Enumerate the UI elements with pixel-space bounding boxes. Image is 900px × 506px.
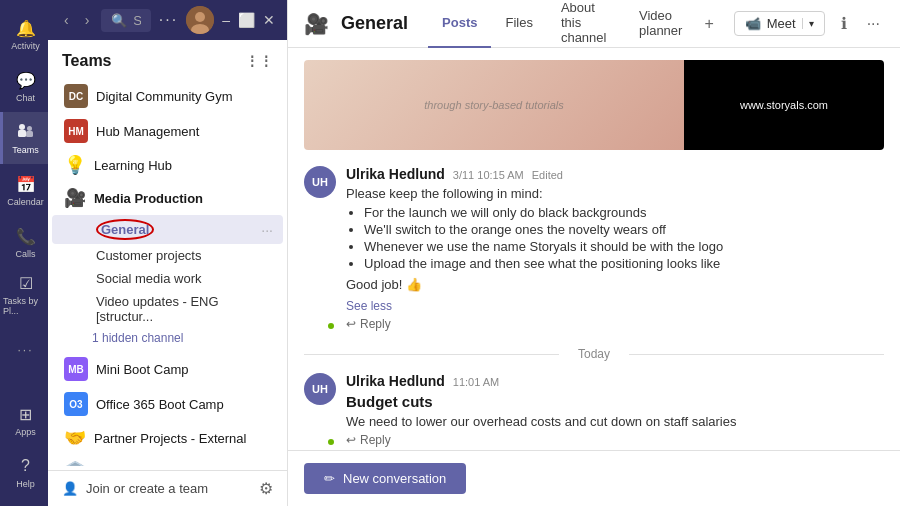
message-content-2: Ulrika Hedlund 11:01 AM Budget cuts We n…: [346, 373, 884, 447]
svg-point-3: [27, 126, 32, 131]
msg-time-2: 11:01 AM: [453, 376, 499, 388]
channel-emoji-icon: 🎥: [304, 12, 329, 36]
settings-icon[interactable]: ⚙: [259, 479, 273, 498]
nav-item-teams[interactable]: Teams: [0, 112, 48, 164]
close-button[interactable]: ✕: [263, 12, 275, 28]
date-divider: Today: [304, 347, 884, 361]
date-divider-text: Today: [578, 347, 610, 361]
svg-point-1: [19, 124, 25, 130]
topbar-controls: – ⬜ ✕: [222, 12, 275, 28]
info-button[interactable]: ℹ: [837, 10, 851, 37]
forward-button[interactable]: ›: [81, 8, 94, 32]
team-avatar-hub: HM: [64, 119, 88, 143]
back-button[interactable]: ‹: [60, 8, 73, 32]
team-item-mini[interactable]: MB Mini Boot Camp ···: [52, 352, 283, 386]
team-item-media[interactable]: 🎥 Media Production ···: [52, 182, 283, 214]
svg-rect-2: [26, 131, 33, 137]
reply-button-1[interactable]: ↩ Reply: [346, 317, 884, 331]
banner-image-left: through story-based tutorials: [304, 60, 684, 150]
meet-dropdown[interactable]: ▾: [802, 18, 814, 29]
minimize-button[interactable]: –: [222, 12, 230, 28]
tab-video-planner[interactable]: Video planner: [625, 0, 696, 48]
reply-label-1: Reply: [360, 317, 391, 331]
search-icon: 🔍: [111, 13, 127, 28]
compose-icon: ✏: [324, 471, 335, 486]
team-item-digital-community[interactable]: DC Digital Community Gym ···: [52, 79, 283, 113]
hidden-channel-link[interactable]: 1 hidden channel: [48, 328, 287, 351]
nav-label-apps: Apps: [15, 427, 36, 437]
sidebar-title: Teams: [62, 52, 112, 70]
svg-rect-0: [18, 130, 26, 137]
restore-button[interactable]: ⬜: [238, 12, 255, 28]
reply-icon-1: ↩: [346, 317, 356, 331]
new-conversation-button[interactable]: ✏ New conversation: [304, 463, 466, 494]
team-avatar-digital: DC: [64, 84, 88, 108]
avatar-image-1: UH: [304, 166, 336, 198]
meet-button[interactable]: 📹 Meet ▾: [734, 11, 825, 36]
team-item-partner[interactable]: → 🤝 Partner Projects - External ···: [52, 422, 283, 454]
nav-item-help[interactable]: ? Help: [0, 446, 48, 498]
channel-tabs: Posts Files About this channel Video pla…: [428, 0, 722, 48]
nav-item-apps[interactable]: ⊞ Apps: [0, 394, 48, 446]
channel-item-customer[interactable]: Customer projects: [52, 244, 283, 267]
channel-item-general[interactable]: General ···: [52, 215, 283, 244]
tab-files[interactable]: Files: [491, 0, 546, 48]
join-create-team[interactable]: 👤 Join or create a team ⚙: [48, 470, 287, 506]
channel-name-customer: Customer projects: [96, 248, 201, 263]
topbar-menu-dots[interactable]: ···: [159, 11, 178, 29]
message-section: through story-based tutorials www.storya…: [288, 48, 900, 450]
nav-item-chat[interactable]: 💬 Chat: [0, 60, 48, 112]
msg-text-2: We need to lower our overhead costs and …: [346, 414, 884, 429]
author-avatar-2: UH: [304, 373, 336, 447]
team-item-learning[interactable]: 💡 Learning Hub ···: [52, 149, 283, 181]
storyals-url: www.storyals.com: [740, 99, 828, 111]
user-avatar[interactable]: [186, 6, 214, 34]
online-status-2: [326, 437, 336, 447]
tab-posts[interactable]: Posts: [428, 0, 491, 48]
channel-menu-general[interactable]: ···: [261, 222, 273, 238]
msg-bullets-1: For the launch we will only do black bac…: [346, 205, 884, 271]
tab-about[interactable]: About this channel: [547, 0, 625, 48]
team-name-digital: Digital Community Gym: [96, 89, 233, 104]
more-options-button[interactable]: ···: [863, 11, 884, 37]
msg-intro-1: Please keep the following in mind:: [346, 186, 884, 201]
nav-label-chat: Chat: [16, 93, 35, 103]
message-content-1: Ulrika Hedlund 3/11 10:15 AM Edited Plea…: [346, 166, 884, 331]
add-tab-button[interactable]: +: [696, 0, 721, 48]
author-avatar-1: UH: [304, 166, 336, 331]
team-name-partner: Partner Projects - External: [94, 431, 246, 446]
team-item-hub[interactable]: HM Hub Management ···: [52, 114, 283, 148]
nav-item-tasks[interactable]: ☑ Tasks by Pl...: [0, 268, 48, 320]
search-input[interactable]: [133, 13, 141, 28]
see-less-link[interactable]: See less: [346, 299, 392, 313]
message-block-1: UH Ulrika Hedlund 3/11 10:15 AM Edited P…: [304, 166, 884, 331]
message-header-2: Ulrika Hedlund 11:01 AM: [346, 373, 884, 389]
sidebar-filter-icon[interactable]: ⋮⋮: [245, 53, 273, 69]
avatar-image-2: UH: [304, 373, 336, 405]
team-item-office[interactable]: O3 Office 365 Boot Camp ···: [52, 387, 283, 421]
search-bar[interactable]: 🔍: [101, 9, 151, 32]
team-name-learning: Learning Hub: [94, 158, 172, 173]
nav-item-calendar[interactable]: 📅 Calendar: [0, 164, 48, 216]
calendar-icon: 📅: [15, 173, 37, 195]
channel-item-social[interactable]: Social media work: [52, 267, 283, 290]
more-icon: ···: [15, 339, 37, 361]
nav-label-activity: Activity: [11, 41, 40, 51]
activity-icon: 🔔: [15, 17, 37, 39]
team-icon-rich: 🏛️: [64, 460, 86, 466]
sidebar: ‹ › 🔍 ··· – ⬜ ✕ Teams ⋮⋮ DC Digita: [48, 0, 288, 506]
sidebar-header: Teams ⋮⋮: [48, 40, 287, 78]
team-icon-learning: 💡: [64, 154, 86, 176]
reply-icon-2: ↩: [346, 433, 356, 447]
channel-item-video[interactable]: Video updates - ENG [structur...: [52, 290, 283, 328]
message-header-1: Ulrika Hedlund 3/11 10:15 AM Edited: [346, 166, 884, 182]
nav-item-calls[interactable]: 📞 Calls: [0, 216, 48, 268]
nav-item-more[interactable]: ···: [0, 324, 48, 376]
reply-button-2[interactable]: ↩ Reply: [346, 433, 884, 447]
team-name-media: Media Production: [94, 191, 203, 206]
team-item-rich[interactable]: 🏛️ Rich Academy ···: [52, 455, 283, 466]
team-name-hub: Hub Management: [96, 124, 199, 139]
bullet-3: Whenever we use the name Storyals it sho…: [364, 239, 884, 254]
banner-caption: through story-based tutorials: [424, 99, 563, 111]
nav-item-activity[interactable]: 🔔 Activity: [0, 8, 48, 60]
